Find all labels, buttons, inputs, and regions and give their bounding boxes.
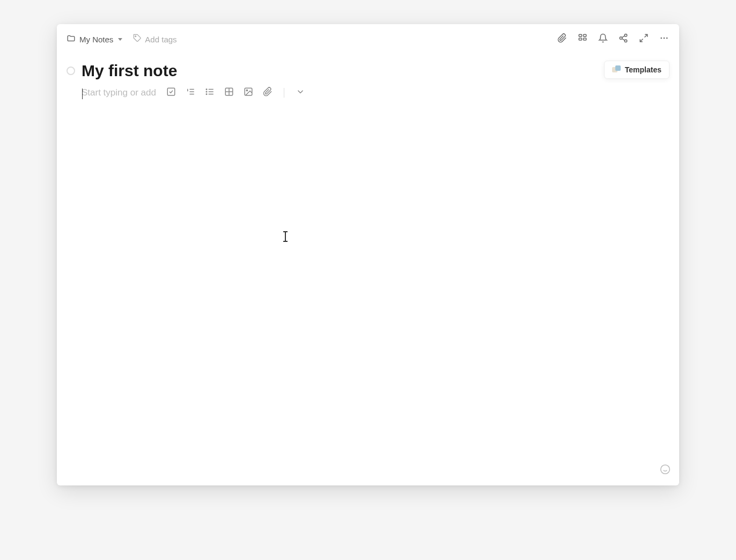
- paperclip-icon: [557, 33, 567, 45]
- editor-body[interactable]: [57, 101, 679, 466]
- bullet-list-button[interactable]: [204, 87, 215, 98]
- toolbar-divider: [284, 88, 284, 98]
- svg-point-22: [206, 89, 207, 90]
- inline-toolbar: [166, 87, 306, 98]
- svg-point-0: [135, 36, 136, 37]
- reminder-button[interactable]: [598, 34, 608, 45]
- svg-point-6: [620, 37, 622, 40]
- checkbox-icon: [166, 87, 176, 99]
- svg-rect-2: [584, 34, 586, 36]
- svg-point-30: [661, 465, 670, 474]
- more-options-button[interactable]: [295, 87, 306, 98]
- note-window: My Notes Add tags: [57, 24, 679, 485]
- svg-rect-3: [579, 38, 582, 40]
- title-row: Templates: [57, 52, 679, 84]
- status-indicator[interactable]: [67, 67, 75, 75]
- svg-line-9: [622, 36, 624, 38]
- svg-point-5: [624, 34, 627, 37]
- text-cursor-icon: [285, 232, 286, 241]
- share-button[interactable]: [618, 34, 629, 45]
- emoji-button[interactable]: [660, 464, 671, 477]
- svg-point-14: [666, 38, 668, 39]
- attach-button[interactable]: [557, 34, 568, 45]
- templates-icon: [612, 65, 621, 74]
- share-icon: [619, 33, 628, 45]
- editor-placeholder[interactable]: Start typing or add: [82, 87, 156, 98]
- top-bar-right: [557, 34, 669, 45]
- table-button[interactable]: [224, 87, 234, 98]
- note-title-input[interactable]: [82, 62, 669, 80]
- image-button[interactable]: [243, 87, 254, 98]
- numbered-list-button[interactable]: [185, 87, 196, 98]
- svg-line-8: [622, 39, 624, 40]
- checkbox-button[interactable]: [166, 87, 176, 98]
- expand-icon: [639, 33, 649, 45]
- svg-line-10: [645, 34, 647, 37]
- more-icon: [659, 33, 669, 45]
- folder-icon: [67, 34, 76, 45]
- bell-icon: [598, 33, 608, 45]
- add-tags-label: Add tags: [145, 35, 176, 44]
- chevron-down-icon: [296, 87, 305, 99]
- svg-line-11: [640, 39, 643, 42]
- expand-button[interactable]: [638, 34, 649, 45]
- svg-point-7: [624, 40, 627, 42]
- svg-rect-1: [579, 34, 582, 36]
- top-bar: My Notes Add tags: [57, 24, 679, 52]
- image-icon: [244, 87, 253, 99]
- top-bar-left: My Notes Add tags: [67, 34, 177, 45]
- templates-label: Templates: [625, 65, 661, 74]
- svg-point-23: [206, 91, 207, 92]
- folder-name: My Notes: [79, 35, 113, 44]
- folder-selector[interactable]: My Notes: [67, 34, 122, 45]
- svg-point-29: [246, 90, 247, 91]
- add-tags-button[interactable]: Add tags: [133, 34, 176, 45]
- svg-point-12: [660, 38, 662, 39]
- table-icon: [224, 87, 234, 99]
- more-button[interactable]: [659, 34, 669, 45]
- attachment-button[interactable]: [262, 87, 273, 98]
- svg-rect-4: [584, 38, 586, 40]
- templates-button[interactable]: Templates: [604, 61, 669, 79]
- numbered-list-icon: [186, 87, 195, 99]
- attachment-icon: [263, 87, 273, 99]
- widgets-icon: [578, 33, 587, 45]
- emoji-icon: [660, 467, 671, 476]
- bullet-list-icon: [205, 87, 215, 99]
- caret-down-icon: [118, 38, 122, 41]
- tag-icon: [133, 34, 142, 45]
- svg-point-24: [206, 94, 207, 95]
- widgets-button[interactable]: [577, 34, 588, 45]
- editor-toolbar-row: Start typing or add: [57, 84, 679, 101]
- svg-rect-15: [167, 88, 175, 95]
- svg-point-13: [664, 38, 665, 39]
